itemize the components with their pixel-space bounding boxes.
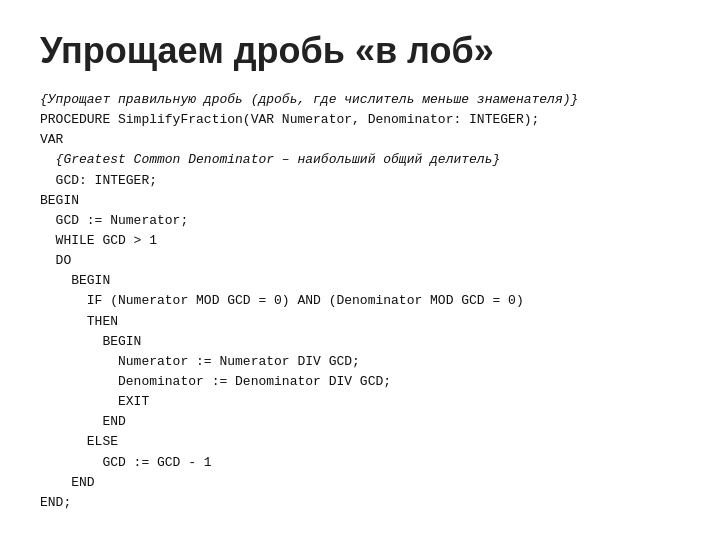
code-line: WHILE GCD > 1 [40,233,157,248]
code-line: END [40,475,95,490]
code-line: {Упрощает правильную дробь (дробь, где ч… [40,92,578,107]
code-line: GCD: INTEGER; [40,173,157,188]
code-line: Denominator := Denominator DIV GCD; [40,374,391,389]
code-line: DO [40,253,71,268]
code-line: {Greatest Common Denominator – наибольши… [40,152,500,167]
slide: Упрощаем дробь «в лоб» {Упрощает правиль… [0,0,720,540]
code-line: BEGIN [40,193,79,208]
code-line: ELSE [40,434,118,449]
code-line: BEGIN [40,273,110,288]
code-block: {Упрощает правильную дробь (дробь, где ч… [40,90,680,513]
slide-title: Упрощаем дробь «в лоб» [40,30,680,72]
code-line: Numerator := Numerator DIV GCD; [40,354,360,369]
code-line: GCD := GCD - 1 [40,455,212,470]
code-line: BEGIN [40,334,141,349]
code-line: VAR [40,132,63,147]
code-line: THEN [40,314,118,329]
code-line: END; [40,495,71,510]
code-line: GCD := Numerator; [40,213,188,228]
code-line: EXIT [40,394,149,409]
code-line: IF (Numerator MOD GCD = 0) AND (Denomina… [40,293,524,308]
code-line: END [40,414,126,429]
code-line: PROCEDURE SimplifyFraction(VAR Numerator… [40,112,539,127]
